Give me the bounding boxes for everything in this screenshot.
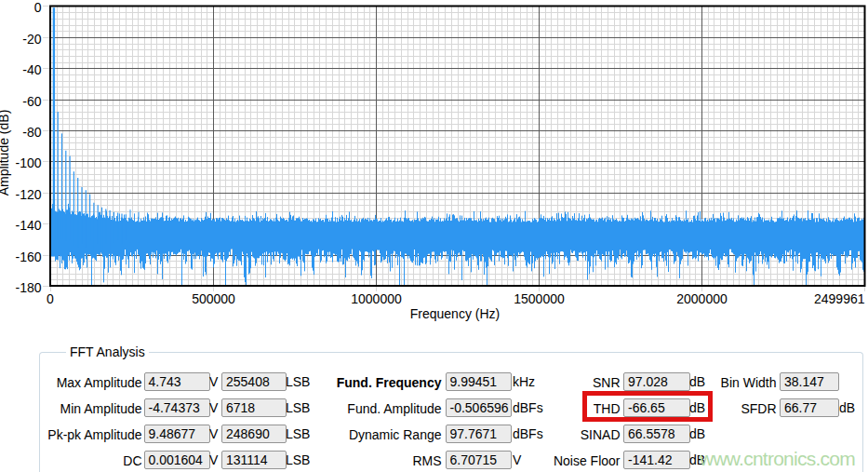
svg-text:-80: -80 [22,125,41,140]
svg-text:0: 0 [34,0,42,15]
svg-text:-120: -120 [15,187,41,202]
svg-text:-160: -160 [15,249,41,264]
svg-text:-140: -140 [15,218,41,233]
svg-text:Amplitude (dB): Amplitude (dB) [0,110,11,196]
svg-text:Frequency (Hz): Frequency (Hz) [410,306,500,321]
svg-text:-100: -100 [15,155,41,170]
svg-text:500000: 500000 [192,291,235,306]
svg-text:-20: -20 [22,32,41,47]
svg-text:1000000: 1000000 [351,291,402,306]
svg-text:2000000: 2000000 [676,291,728,306]
svg-text:-40: -40 [22,62,41,77]
svg-text:1500000: 1500000 [514,291,565,306]
svg-text:0: 0 [47,291,54,306]
svg-text:-180: -180 [15,280,41,295]
svg-text:-60: -60 [22,94,41,109]
svg-text:2499961: 2499961 [814,291,865,306]
